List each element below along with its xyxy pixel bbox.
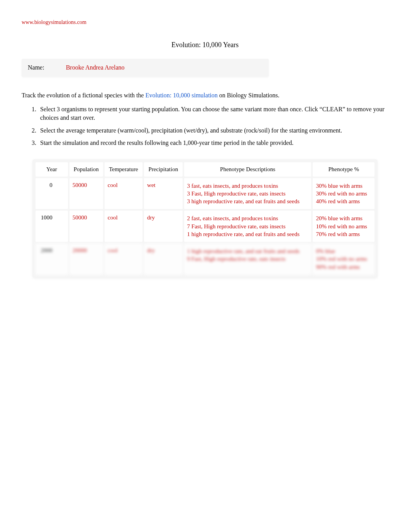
cell-precipitation[interactable]: wet [144, 178, 183, 209]
cell-phenotype-pct[interactable]: 0% blue 10% red with no arms 90% red wit… [313, 243, 374, 275]
cell-year: 1000 [36, 211, 68, 242]
data-table: Year Population Temperature Precipitatio… [34, 161, 376, 276]
col-temperature: Temperature [105, 162, 142, 177]
cell-precipitation[interactable]: dry [144, 243, 183, 275]
name-value[interactable]: Brooke Andrea Arelano [66, 64, 125, 71]
data-table-container: Year Population Temperature Precipitatio… [32, 159, 378, 278]
cell-year: 0 [36, 178, 68, 209]
instruction-item: Start the simulation and record the resu… [38, 139, 388, 147]
cell-precipitation[interactable]: dry [144, 211, 183, 242]
site-link[interactable]: www.biologysimulations.com [22, 19, 388, 25]
cell-phenotype-pct[interactable]: 20% blue with arms 10% red with no arms … [313, 211, 374, 242]
simulation-link[interactable]: Evolution: 10,000 simulation [146, 92, 218, 99]
intro-prefix: Track the evolution of a fictional speci… [22, 92, 146, 99]
name-box: Name: Brooke Andrea Arelano [22, 59, 269, 76]
col-precipitation: Precipitation [144, 162, 183, 177]
instructions-list: Select 3 organisms to represent your sta… [38, 105, 388, 148]
cell-population[interactable]: 50000 [69, 211, 103, 242]
cell-phenotype-pct[interactable]: 30% blue with arms 30% red with no arms … [313, 178, 374, 209]
cell-population[interactable]: 50000 [69, 178, 103, 209]
cell-phenotype-desc[interactable]: 3 fast, eats insects, and produces toxin… [184, 178, 312, 209]
name-label: Name: [28, 64, 44, 71]
intro-suffix: on Biology Simulations. [218, 92, 280, 99]
cell-temperature[interactable]: cool [105, 178, 142, 209]
cell-population[interactable]: 20000 [69, 243, 103, 275]
instruction-item: Select the average temperature (warm/coo… [38, 126, 388, 135]
cell-temperature[interactable]: cool [105, 211, 142, 242]
page-title: Evolution: 10,000 Years [22, 41, 388, 49]
cell-phenotype-desc[interactable]: 2 fast, eats insects, and produces toxin… [184, 211, 312, 242]
cell-temperature[interactable]: cool [105, 243, 142, 275]
table-row: 0 50000 cool wet 3 fast, eats insects, a… [36, 178, 374, 209]
intro-text: Track the evolution of a fictional speci… [22, 92, 388, 99]
col-population: Population [69, 162, 103, 177]
col-phenotype-desc: Phenotype Descriptions [184, 162, 312, 177]
table-row: 2000 20000 cool dry 1 high reproductive … [36, 243, 374, 275]
col-year: Year [36, 162, 68, 177]
table-row: 1000 50000 cool dry 2 fast, eats insects… [36, 211, 374, 242]
cell-phenotype-desc[interactable]: 1 high reproductive rate, and eat fruits… [184, 243, 312, 275]
cell-year: 2000 [36, 243, 68, 275]
instruction-item: Select 3 organisms to represent your sta… [38, 105, 388, 122]
col-phenotype-pct: Phenotype % [313, 162, 374, 177]
